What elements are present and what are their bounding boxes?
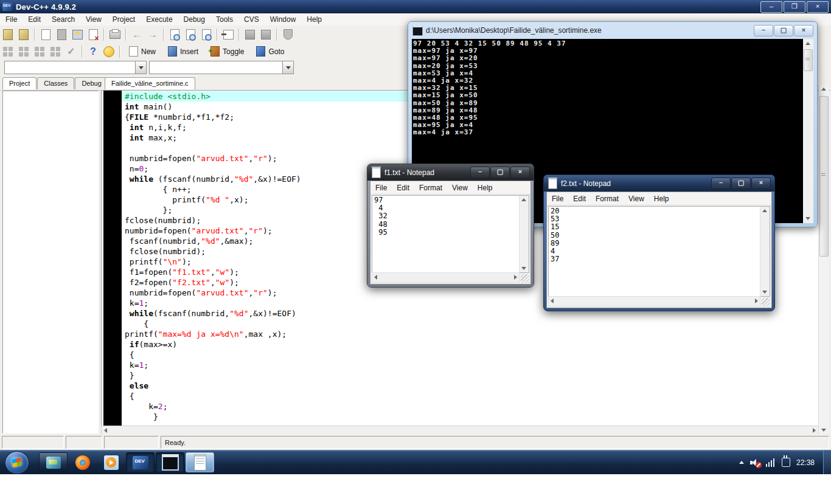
devcpp-titlebar[interactable]: Dev-C++ 4.9.9.2 – ❐ ×	[0, 0, 831, 13]
editor-scrollbar-thumb[interactable]	[819, 96, 829, 257]
start-button[interactable]	[5, 451, 29, 474]
taskbar-button-firefox[interactable]	[69, 453, 96, 472]
volume-muted-icon[interactable]	[750, 458, 760, 467]
help-icon[interactable]: ?	[86, 45, 100, 58]
menu-tools[interactable]: Tools	[210, 14, 238, 25]
chevron-down-icon[interactable]	[282, 61, 293, 74]
menu-edit[interactable]: Edit	[392, 182, 414, 193]
menu-help[interactable]: Help	[473, 182, 498, 193]
abort-icon[interactable]	[280, 28, 295, 41]
tab-file-failide-valine-sortimine[interactable]: Failide_väline_sortimine.c	[105, 77, 195, 89]
taskbar-button-notepad[interactable]	[186, 452, 214, 472]
notepad-f2-titlebar[interactable]: f2.txt - Notepad – ▢ ×	[544, 175, 774, 192]
new-source-icon[interactable]	[16, 28, 31, 41]
notepad-f2-textarea[interactable]: 2053155089437	[548, 206, 770, 297]
menu-view[interactable]: View	[80, 14, 107, 25]
hidden-icons-arrow-icon[interactable]	[739, 461, 744, 464]
notepad-f1-titlebar[interactable]: f1.txt - Notepad – ▢ ×	[367, 164, 534, 181]
goto-line-icon[interactable]	[221, 28, 235, 41]
run-grid-icon[interactable]	[16, 45, 31, 58]
menu-help[interactable]: Help	[649, 193, 674, 204]
menu-view[interactable]: View	[624, 193, 649, 204]
compile-icon[interactable]	[243, 28, 257, 41]
resize-grip[interactable]	[521, 274, 529, 283]
print-icon[interactable]	[108, 28, 122, 41]
menu-edit[interactable]: Edit	[568, 193, 591, 204]
class-browser-combobox[interactable]	[149, 61, 294, 74]
maximize-button[interactable]: ▢	[774, 25, 793, 36]
close-button[interactable]: ×	[807, 1, 829, 13]
code-line: printf("max=%d ja x=%d\n",max ,x);	[122, 329, 818, 339]
menu-window[interactable]: Window	[265, 14, 302, 25]
new-button[interactable]: New	[124, 45, 161, 58]
minimize-button[interactable]: –	[470, 167, 490, 178]
taskbar-button-media-player[interactable]	[97, 453, 125, 472]
menu-file[interactable]: File	[547, 193, 568, 204]
taskbar-button-explorer-utility[interactable]	[39, 452, 68, 472]
network-signal-icon[interactable]	[766, 458, 776, 467]
syntax-check-icon[interactable]: ✓	[64, 45, 78, 58]
menu-cvs[interactable]: CVS	[238, 14, 265, 25]
taskbar-clock[interactable]: 22:38	[796, 458, 815, 467]
close-button[interactable]: ×	[794, 25, 813, 36]
close-button[interactable]: ×	[510, 167, 530, 178]
system-tray: 22:38	[739, 450, 831, 474]
compile-run-grid-icon[interactable]	[32, 45, 47, 58]
restore-button[interactable]: ❐	[784, 1, 805, 13]
menu-execute[interactable]: Execute	[141, 14, 178, 25]
find-in-files-icon[interactable]	[199, 28, 214, 41]
save-icon[interactable]	[54, 28, 69, 41]
menu-debug[interactable]: Debug	[178, 14, 210, 25]
undo-icon[interactable]: ←	[130, 28, 144, 41]
minimize-button[interactable]: –	[760, 1, 782, 13]
console-titlebar[interactable]: d:\Users\Monika\Desktop\Failide_väline_s…	[408, 22, 817, 39]
insert-button[interactable]: Insert	[163, 45, 203, 58]
menu-format[interactable]: Format	[591, 193, 624, 204]
menu-file[interactable]: File	[0, 14, 23, 25]
menu-edit[interactable]: Edit	[23, 14, 46, 25]
goto-button[interactable]: Goto	[251, 45, 289, 58]
notepad-f2-horizontal-scrollbar[interactable]	[548, 296, 760, 306]
run-icon[interactable]	[259, 28, 273, 41]
console-scrollbar-thumb[interactable]	[804, 49, 813, 71]
tab-debug[interactable]: Debug	[75, 77, 108, 89]
rebuild-grid-icon[interactable]	[48, 45, 63, 58]
minimize-button[interactable]: –	[754, 25, 773, 36]
close-file-icon[interactable]	[86, 28, 100, 41]
menu-view[interactable]: View	[447, 182, 473, 193]
menu-search[interactable]: Search	[46, 14, 80, 25]
toggle-button[interactable]: Toggle	[206, 45, 249, 58]
menu-format[interactable]: Format	[414, 182, 447, 193]
close-button[interactable]: ×	[751, 178, 771, 189]
menu-project[interactable]: Project	[107, 14, 141, 25]
editor-vertical-scrollbar[interactable]	[818, 85, 829, 434]
save-all-icon[interactable]	[70, 28, 85, 41]
redo-icon[interactable]: →	[145, 28, 160, 41]
minimize-button[interactable]: –	[711, 178, 731, 189]
show-desktop-button[interactable]	[823, 450, 831, 474]
menu-file[interactable]: File	[370, 182, 392, 193]
notepad-f1-vertical-scrollbar[interactable]	[519, 196, 529, 272]
notepad-f2-vertical-scrollbar[interactable]	[760, 207, 770, 296]
new-project-icon[interactable]	[1, 28, 15, 41]
power-plug-icon[interactable]	[782, 458, 790, 467]
project-browser-panel[interactable]	[2, 91, 99, 433]
open-icon[interactable]	[38, 28, 53, 41]
tab-classes[interactable]: Classes	[37, 77, 74, 89]
menu-help[interactable]: Help	[301, 14, 327, 25]
about-icon[interactable]	[102, 45, 116, 58]
taskbar-button-console-window[interactable]	[156, 452, 184, 472]
maximize-button[interactable]: ▢	[490, 167, 510, 178]
compile-grid-icon[interactable]	[1, 45, 15, 58]
compiler-combobox[interactable]	[4, 61, 147, 74]
tab-project[interactable]: Project	[2, 77, 37, 89]
taskbar-button-devcpp[interactable]	[126, 452, 155, 472]
notepad-f1-horizontal-scrollbar[interactable]	[372, 272, 520, 283]
maximize-button[interactable]: ▢	[731, 178, 751, 189]
chevron-down-icon[interactable]	[135, 61, 146, 74]
notepad-f1-textarea[interactable]: 97 4 32 48 95	[372, 195, 529, 273]
console-vertical-scrollbar[interactable]	[803, 39, 813, 223]
find-icon[interactable]	[167, 28, 182, 41]
resize-grip[interactable]	[762, 298, 770, 306]
replace-icon[interactable]	[183, 28, 198, 41]
